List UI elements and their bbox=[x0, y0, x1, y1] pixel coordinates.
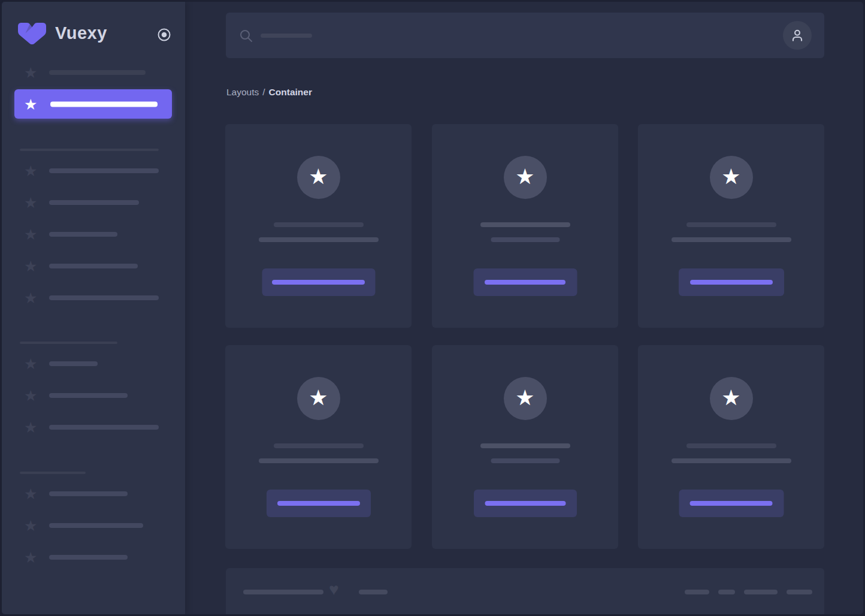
skeleton-bar bbox=[49, 168, 159, 173]
star-icon: ★ bbox=[515, 387, 534, 410]
avatar-circle: ★ bbox=[504, 377, 547, 420]
sidebar-item[interactable]: ★ bbox=[2, 517, 185, 535]
skeleton-bar bbox=[274, 443, 364, 448]
card-button[interactable] bbox=[474, 490, 577, 517]
skeleton-bar bbox=[480, 443, 570, 448]
avatar-circle: ★ bbox=[710, 156, 753, 199]
sidebar-item[interactable]: ★ bbox=[2, 257, 185, 275]
skeleton-bar bbox=[359, 590, 388, 594]
search-placeholder-bar bbox=[261, 34, 312, 38]
skeleton-bar bbox=[491, 237, 559, 242]
skeleton-bar bbox=[274, 222, 364, 227]
skeleton-bar bbox=[49, 70, 146, 75]
skeleton-bar bbox=[49, 232, 117, 237]
skeleton-bar bbox=[686, 222, 776, 227]
sidebar: Vuexy ★ ★ ★★★★★★★★★★★ bbox=[2, 2, 185, 614]
skeleton-bar bbox=[49, 361, 98, 366]
avatar-circle: ★ bbox=[297, 156, 340, 199]
skeleton-bar bbox=[259, 237, 379, 242]
avatar-circle: ★ bbox=[710, 377, 753, 420]
card-button[interactable] bbox=[679, 490, 784, 517]
sidebar-item[interactable]: ★ bbox=[2, 485, 185, 503]
skeleton-bar bbox=[259, 458, 379, 463]
skeleton-bar bbox=[49, 264, 138, 268]
breadcrumb-separator: / bbox=[262, 87, 265, 97]
sidebar-item[interactable]: ★ bbox=[2, 64, 185, 81]
content-card: ★ bbox=[432, 124, 618, 328]
search-icon bbox=[239, 29, 253, 46]
star-icon: ★ bbox=[309, 166, 328, 189]
star-icon: ★ bbox=[24, 518, 37, 533]
skeleton-bar bbox=[49, 295, 159, 300]
star-icon: ★ bbox=[24, 259, 37, 274]
section-header-bar bbox=[20, 149, 159, 151]
content-card: ★ bbox=[225, 124, 412, 328]
skeleton-bar bbox=[672, 458, 791, 463]
skeleton-bar bbox=[49, 491, 128, 496]
skeleton-bar bbox=[49, 393, 128, 398]
star-icon: ★ bbox=[24, 420, 37, 435]
sidebar-item[interactable]: ★ bbox=[2, 386, 185, 404]
star-icon: ★ bbox=[24, 227, 37, 242]
sidebar-item-active[interactable]: ★ bbox=[14, 89, 172, 119]
skeleton-bar bbox=[744, 590, 778, 594]
skeleton-bar bbox=[686, 443, 776, 448]
skeleton-bar bbox=[49, 523, 143, 528]
button-label-bar bbox=[690, 501, 773, 506]
breadcrumb-parent[interactable]: Layouts bbox=[226, 87, 259, 97]
sidebar-item[interactable]: ★ bbox=[2, 355, 185, 373]
sidebar-item[interactable]: ★ bbox=[2, 225, 185, 243]
skeleton-bar bbox=[49, 200, 139, 205]
breadcrumb: Layouts/Container bbox=[226, 87, 312, 98]
skeleton-bar bbox=[491, 458, 559, 463]
card-button[interactable] bbox=[267, 490, 371, 517]
sidebar-item[interactable]: ★ bbox=[2, 194, 185, 212]
content-card: ★ bbox=[225, 345, 412, 549]
card-button[interactable] bbox=[679, 268, 784, 296]
content-card: ★ bbox=[638, 345, 824, 549]
section-header-bar bbox=[20, 472, 86, 474]
star-icon: ★ bbox=[24, 550, 37, 565]
avatar-circle: ★ bbox=[297, 377, 340, 420]
skeleton-bar bbox=[243, 590, 323, 594]
sidebar-item[interactable]: ★ bbox=[2, 289, 185, 307]
star-icon: ★ bbox=[24, 357, 37, 372]
user-avatar[interactable] bbox=[783, 21, 812, 50]
skeleton-bar bbox=[685, 590, 709, 594]
star-icon: ★ bbox=[24, 164, 37, 179]
content-card: ★ bbox=[432, 345, 618, 549]
star-icon: ★ bbox=[721, 387, 740, 410]
skeleton-bar bbox=[672, 237, 791, 242]
star-icon: ★ bbox=[309, 387, 328, 410]
skeleton-bar bbox=[50, 101, 158, 107]
footer-card: ♥ bbox=[226, 568, 824, 616]
star-icon: ★ bbox=[24, 487, 37, 502]
content-card: ★ bbox=[638, 124, 824, 328]
star-icon: ★ bbox=[721, 166, 740, 189]
star-icon: ★ bbox=[24, 195, 37, 210]
skeleton-bar bbox=[49, 555, 128, 560]
skeleton-bar bbox=[49, 425, 159, 430]
heart-icon: ♥ bbox=[329, 581, 339, 598]
section-header-bar bbox=[20, 342, 117, 344]
button-label-bar bbox=[485, 280, 565, 285]
search-bar[interactable] bbox=[226, 13, 824, 58]
star-icon: ★ bbox=[24, 96, 37, 111]
breadcrumb-current: Container bbox=[269, 87, 312, 97]
card-button[interactable] bbox=[473, 268, 577, 296]
app-window: Vuexy ★ ★ ★★★★★★★★★★★ bbox=[0, 0, 865, 616]
star-icon: ★ bbox=[515, 166, 534, 189]
skeleton-bar bbox=[718, 590, 735, 594]
card-grid: ★★★★★★ bbox=[225, 124, 824, 549]
skeleton-bar bbox=[787, 590, 812, 594]
skeleton-bar bbox=[480, 222, 570, 227]
button-label-bar bbox=[277, 501, 360, 506]
sidebar-item[interactable]: ★ bbox=[2, 548, 185, 566]
footer-links-group bbox=[685, 590, 812, 594]
sidebar-item[interactable]: ★ bbox=[2, 162, 185, 180]
sidebar-nav: ★ ★ ★★★★★★★★★★★ bbox=[2, 2, 185, 614]
card-button[interactable] bbox=[262, 268, 375, 296]
button-label-bar bbox=[690, 280, 773, 285]
sidebar-item[interactable]: ★ bbox=[2, 418, 185, 436]
button-label-bar bbox=[485, 501, 565, 506]
